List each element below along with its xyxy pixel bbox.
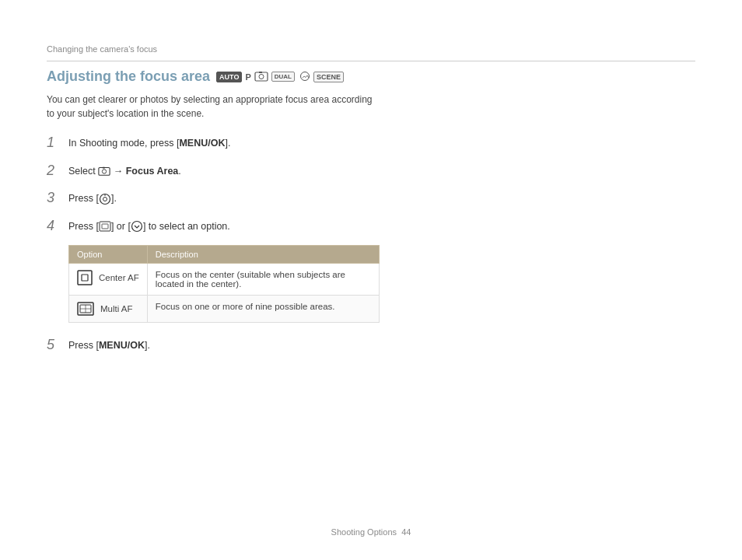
step-3: 3 Press [ ]. (47, 190, 695, 207)
table-cell-multi-af-desc: Focus on one or more of nine possible ar… (147, 296, 379, 323)
table-header-description: Description (147, 246, 379, 264)
table-header-option: Option (69, 246, 148, 264)
center-af-label: Center AF (99, 273, 139, 282)
table-cell-multi-af-option: Multi AF (69, 296, 148, 323)
table-row-multi-af: Multi AF Focus on one or more of nine po… (69, 296, 380, 323)
step-4-text: Press [ ] or [ ] to select an option. (68, 218, 230, 234)
dial-icon (99, 193, 111, 205)
step-2-number: 2 (47, 163, 61, 180)
svg-rect-10 (100, 222, 110, 231)
step-2-text: Select → Focus Area. (68, 163, 181, 179)
bracket-icon (99, 221, 111, 232)
step-1-number: 1 (47, 135, 61, 152)
camera-inline-icon (98, 166, 110, 177)
svg-rect-2 (259, 72, 262, 73)
badge-p: P (245, 72, 250, 82)
table-cell-center-af-option: Center AF (69, 264, 148, 296)
section-title: Adjusting the focus area (47, 68, 210, 85)
step-3-text: Press [ ]. (68, 190, 117, 206)
down-scroll-icon (131, 220, 143, 233)
svg-point-5 (103, 170, 107, 173)
footer: Shooting Options 44 (0, 527, 742, 537)
svg-rect-4 (99, 168, 110, 176)
step-1-text: In Shooting mode, press [MENU/OK]. (68, 135, 230, 151)
multi-af-icon (77, 302, 94, 316)
section-description: You can get clearer or photos by selecti… (47, 93, 373, 121)
badge-auto: AUTO (216, 72, 242, 82)
step-5-number: 5 (47, 337, 61, 354)
svg-point-1 (259, 74, 264, 79)
svg-point-12 (131, 222, 142, 232)
badge-scene-icon (299, 71, 310, 83)
step-5-text: Press [MENU/OK]. (68, 337, 150, 353)
breadcrumb-text: Changing the camera's focus (47, 44, 157, 54)
options-table: Option Description (68, 245, 380, 323)
table-cell-center-af-desc: Focus on the center (suitable when subje… (147, 264, 379, 296)
breadcrumb: Changing the camera's focus (47, 43, 695, 61)
badge-dual-icon (254, 71, 268, 83)
step-4-number: 4 (47, 218, 61, 235)
step-2: 2 Select → Focus Area. (47, 163, 695, 180)
mode-badges: AUTO P DUAL (216, 71, 344, 83)
main-content: Adjusting the focus area AUTO P DUAL (47, 68, 695, 365)
step-5: 5 Press [MENU/OK]. (47, 337, 695, 354)
steps-list: 1 In Shooting mode, press [MENU/OK]. 2 S… (47, 135, 695, 354)
badge-dual-text: DUAL (271, 72, 295, 82)
svg-rect-0 (255, 72, 268, 81)
multi-af-label: Multi AF (100, 304, 133, 313)
table-row-center-af: Center AF Focus on the center (suitable … (69, 264, 380, 296)
step-3-number: 3 (47, 190, 61, 207)
footer-text: Shooting Options 44 (331, 527, 411, 537)
step-1: 1 In Shooting mode, press [MENU/OK]. (47, 135, 695, 152)
svg-rect-14 (82, 275, 88, 281)
badge-scene: SCENE (313, 72, 344, 82)
step-4: 4 Press [ ] or [ ] to select an option. (47, 218, 695, 235)
page: Changing the camera's focus Adjusting th… (0, 0, 742, 560)
svg-rect-13 (78, 271, 92, 285)
svg-point-8 (103, 197, 107, 201)
center-af-icon (77, 270, 93, 285)
svg-rect-6 (103, 167, 105, 169)
svg-rect-11 (102, 224, 108, 229)
section-title-row: Adjusting the focus area AUTO P DUAL (47, 68, 695, 85)
